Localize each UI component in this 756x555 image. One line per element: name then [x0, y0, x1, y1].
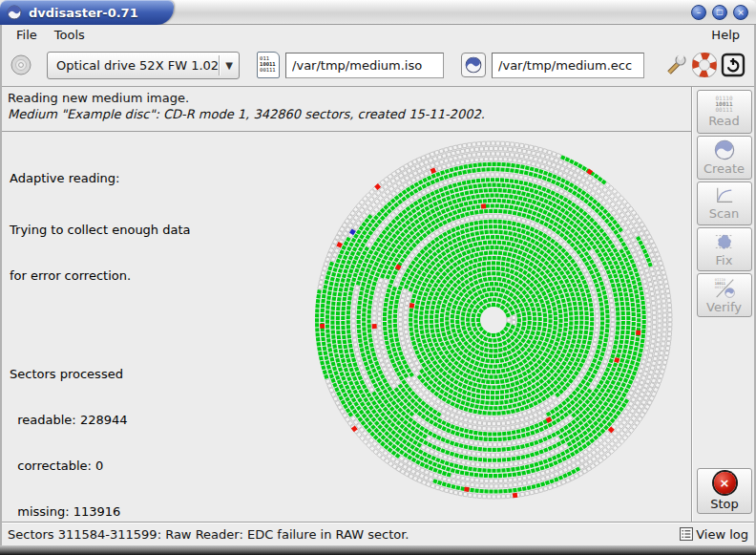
drive-selector-value: Optical drive 52X FW 1.02: [48, 58, 219, 73]
menu-file[interactable]: File: [8, 27, 46, 43]
dvdisaster-window: dvdisaster-0.71 – □ × File Tools Help Op…: [0, 0, 756, 555]
toolbar: Optical drive 52X FW 1.02 ▼ 011 10011 00…: [0, 44, 756, 87]
iso-path-input[interactable]: [285, 53, 444, 78]
menu-tools[interactable]: Tools: [46, 27, 94, 43]
stat-correctable: correctable: 0: [10, 459, 222, 474]
read-button[interactable]: 01110 10011 00111 Read: [697, 90, 752, 134]
main-area: Adaptive reading: Trying to collect enou…: [0, 132, 691, 522]
window-bottom-border: [0, 545, 756, 555]
maximize-button[interactable]: □: [712, 5, 727, 20]
fix-blob-icon: [714, 231, 735, 252]
read-binary-icon: 01110 10011 00111: [715, 96, 732, 113]
drive-selector-dropdown[interactable]: Optical drive 52X FW 1.02 ▼: [47, 52, 240, 79]
power-quit-icon[interactable]: [721, 51, 746, 79]
iso-image-icon: 011 10011 00111: [257, 52, 280, 78]
reading-info-panel: Adaptive reading: Trying to collect enou…: [10, 140, 222, 555]
ecc-path-input[interactable]: [492, 53, 644, 78]
stat-readable: readable: 228944: [10, 413, 222, 428]
preferences-wrench-icon[interactable]: [663, 51, 688, 79]
titlebar: dvdisaster-0.71 – □ ×: [0, 0, 756, 25]
chevron-down-icon: ▼: [220, 60, 239, 71]
stop-button[interactable]: × Stop: [697, 468, 752, 514]
lifebuoy-icon[interactable]: [692, 51, 717, 79]
info-note-line2: for error correction.: [10, 268, 222, 284]
statusbar: Sectors 311584-311599: Raw Reader: EDC f…: [0, 522, 756, 545]
scan-curve-icon: [714, 186, 735, 205]
app-logo-yinyang-icon: [7, 5, 22, 20]
info-heading: Adaptive reading:: [10, 171, 222, 186]
operation-status-header: Reading new medium image. Medium "Exampl…: [0, 87, 691, 132]
verify-button[interactable]: 01110 10011 00111 Verify: [697, 273, 752, 317]
ecc-file-icon: [461, 53, 486, 77]
title-tab: dvdisaster-0.71: [0, 0, 174, 25]
window-left-border: [0, 25, 2, 545]
fix-button[interactable]: Fix: [697, 227, 752, 271]
action-sidebar: 01110 10011 00111 Read Create Scan: [691, 87, 756, 522]
create-button[interactable]: Create: [697, 136, 752, 180]
view-log-button[interactable]: View log: [680, 527, 748, 542]
stop-icon: ×: [714, 472, 736, 494]
stat-missing: missing: 113916: [10, 504, 222, 520]
verify-compare-icon: 01110 10011 00111: [713, 276, 736, 299]
medium-description: Medium "Example disc": CD-R mode 1, 3428…: [8, 107, 691, 121]
create-yinyang-icon: [714, 139, 735, 160]
window-title: dvdisaster-0.71: [29, 6, 138, 20]
menubar: File Tools Help: [0, 25, 756, 44]
cd-disc-icon: [10, 53, 32, 76]
operation-title: Reading new medium image.: [8, 91, 691, 105]
sector-map-visualization: [310, 135, 682, 509]
info-note-line1: Trying to collect enough data: [10, 223, 222, 238]
scan-button[interactable]: Scan: [697, 181, 752, 225]
status-message: Sectors 311584-311599: Raw Reader: EDC f…: [8, 527, 680, 542]
menu-help[interactable]: Help: [703, 27, 748, 43]
sectors-processed-title: Sectors processed: [10, 367, 222, 382]
minimize-button[interactable]: –: [691, 5, 706, 20]
view-log-label: View log: [696, 527, 748, 542]
close-button[interactable]: ×: [733, 5, 748, 20]
log-list-icon: [680, 527, 693, 541]
